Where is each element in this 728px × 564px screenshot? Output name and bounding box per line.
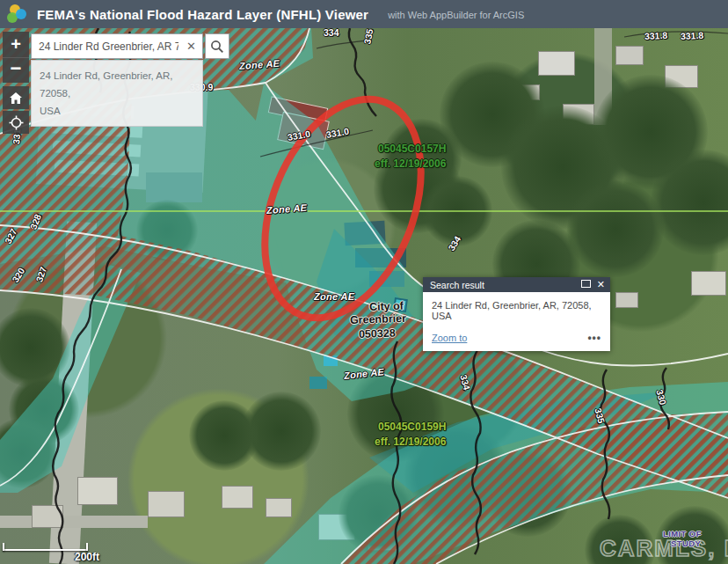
popup-more-icon[interactable]: ••• [587, 332, 601, 344]
home-icon [9, 92, 23, 105]
scalebar-tick-right [86, 543, 88, 551]
search-icon [210, 40, 224, 54]
scalebar-label: 200ft [75, 551, 99, 563]
popup-header[interactable]: Search result ✕ [423, 277, 610, 292]
scalebar: 200ft [3, 542, 108, 563]
app-title: FEMA's National Flood Hazard Layer (NFHL… [37, 7, 368, 22]
locate-button[interactable] [3, 111, 29, 134]
zoom-in-button[interactable]: + [3, 32, 29, 58]
clear-search-icon[interactable]: ✕ [180, 40, 202, 53]
locate-icon [9, 115, 24, 130]
zoom-out-button[interactable]: − [3, 58, 29, 83]
watermark: CARMLS, INC [600, 535, 728, 562]
popup-close-icon[interactable]: ✕ [597, 280, 605, 289]
app-logo-icon [7, 4, 30, 25]
search-result-popup: Search result ✕ 24 Linder Rd, Greenbrier… [423, 277, 610, 351]
app-header: FEMA's National Flood Hazard Layer (NFHL… [0, 0, 728, 28]
search-box[interactable]: ✕ [31, 33, 203, 59]
popup-address: 24 Linder Rd, Greenbrier, AR, 72058, USA [432, 300, 592, 321]
suggestion-line2: USA [40, 102, 194, 120]
app-subtitle: with Web AppBuilder for ArcGIS [388, 10, 524, 20]
popup-maximize-icon[interactable] [581, 280, 591, 288]
contour-lines [260, 32, 728, 157]
suggestion-line1: 24 Linder Rd, Greenbrier, AR, 72058, [40, 67, 194, 102]
popup-title: Search result [430, 280, 484, 290]
home-button[interactable] [3, 86, 29, 109]
search-input[interactable] [32, 40, 180, 53]
scalebar-tick-left [3, 543, 4, 551]
search-button[interactable] [205, 33, 229, 59]
search-result-marker [394, 298, 407, 311]
search-suggestion[interactable]: 24 Linder Rd, Greenbrier, AR, 72058, USA [31, 60, 203, 127]
zoom-to-link[interactable]: Zoom to [432, 333, 467, 343]
